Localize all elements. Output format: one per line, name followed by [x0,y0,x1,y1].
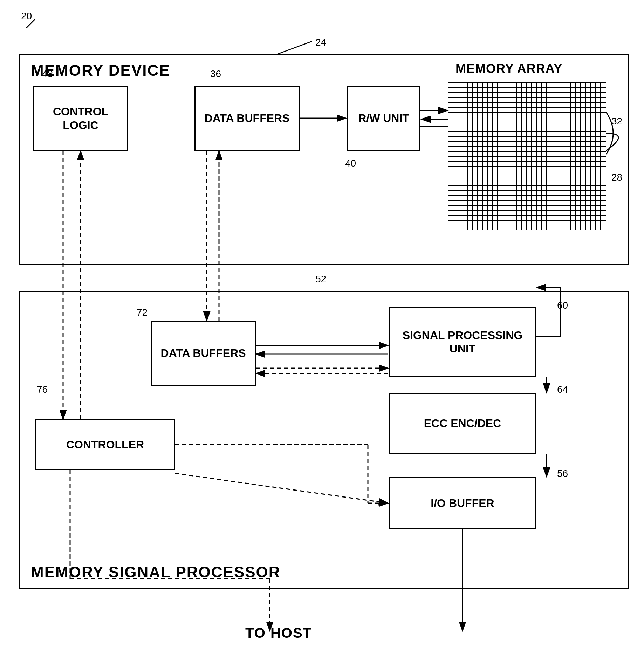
signal-processing-box: SIGNAL PROCESSING UNIT [389,307,536,377]
msp-label: MEMORY SIGNAL PROCESSOR [31,563,281,581]
ref-24: 24 [315,37,326,48]
ref-60: 60 [557,300,568,311]
ecc-box: ECC ENC/DEC [389,393,536,454]
ref-76: 76 [37,384,48,395]
ref-72: 72 [137,307,148,318]
ref-52: 52 [315,273,326,285]
data-buffers-bottom-box: DATA BUFFERS [151,321,256,386]
memory-array-label: MEMORY ARRAY [455,61,562,76]
control-logic-box: CONTROL LOGIC [33,86,128,151]
ref-36: 36 [210,68,221,80]
data-buffers-top-box: DATA BUFFERS [194,86,300,151]
ref-64: 64 [557,384,568,395]
to-host-label: TO HOST [245,625,312,641]
io-buffer-box: I/O BUFFER [389,477,536,529]
ref-40: 40 [345,158,356,169]
ref-56: 56 [557,468,568,479]
ref-20: 20 [21,11,32,22]
diagram-container: 20 24 MEMORY DEVICE MEMORY ARRAY 32 28 4… [0,0,644,662]
controller-box: CONTROLLER [35,419,175,470]
memory-array-box [448,82,606,230]
ref-32: 32 [611,116,622,127]
rw-unit-box: R/W UNIT [347,86,420,151]
ref-48: 48 [42,68,53,80]
ref-28: 28 [611,172,622,183]
svg-line-30 [277,41,312,54]
